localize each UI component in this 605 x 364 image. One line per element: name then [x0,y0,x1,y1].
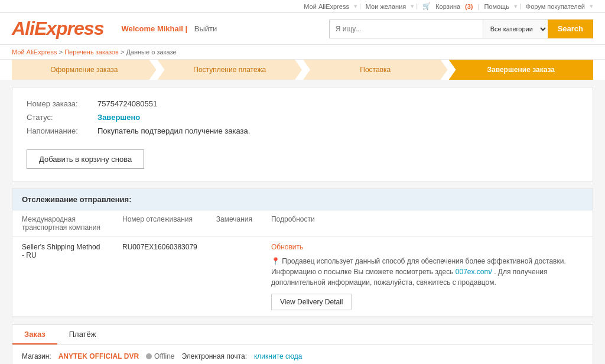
nav-my-aliexpress[interactable]: Мой AliExpress [304,3,349,10]
welcome-text: Welcome Mikhail | Выйти [121,24,217,33]
nav-sep4: ▾ | [514,2,521,10]
search-input[interactable] [329,20,483,38]
nav-wishlist[interactable]: Мои желания [366,3,406,10]
notes-cell [207,237,262,317]
tabs-row: Заказ Платёж [12,324,593,344]
nav-sep1: ▾ | [354,2,361,10]
add-to-cart-button[interactable]: Добавить в корзину снова [27,150,144,169]
order-number-row: Номер заказа: 75754724080551 [27,99,578,108]
shop-label: Магазин: [22,352,51,360]
order-reminder-row: Напоминание: Покупатель подтвердил получ… [27,126,578,135]
logo-text: AliExpress [12,18,103,40]
username: Mikhail [157,24,183,33]
breadcrumb-current: Данные о заказе [126,48,176,56]
cart-count: (3) [465,3,473,10]
step-delivery: Поставка [303,60,448,80]
tracking-table: Международная транспортная компания Номе… [12,210,593,317]
tracking-card: Отслеживание отправления: Международная … [12,188,593,317]
breadcrumb-sep2: > [121,48,126,56]
tab-content: Магазин: ANYTEK OFFICIAL DVR Offline Эле… [12,344,593,364]
order-info-card: Номер заказа: 75754724080551 Статус: Зав… [12,87,593,181]
col-tracking-number: Номер отслеживания [113,210,207,237]
breadcrumb: Мой AliExpress > Перечень заказов > Данн… [0,45,605,60]
007ex-link[interactable]: 007ex.com/ [456,268,492,276]
order-status-value: Завершено [97,113,140,122]
tab-order[interactable]: Заказ [12,325,57,344]
order-number-label: Номер заказа: [27,99,97,108]
update-link[interactable]: Обновить [271,243,303,251]
top-navigation: Мой AliExpress ▾ | Мои желания ▾ | 🛒 Кор… [0,0,605,13]
nav-help[interactable]: Помощь [484,3,509,10]
header: AliExpress Welcome Mikhail | Выйти Все к… [0,13,605,45]
step-complete: Завершение заказа [449,60,594,80]
tracking-number-cell: RU007EX16060383079 [113,237,207,317]
offline-status: Offline [154,352,174,360]
col-company: Международная транспортная компания [12,210,113,237]
details-cell: Обновить 📍 Продавец использует данный сп… [262,237,593,317]
nav-cart[interactable]: Корзина [435,3,460,10]
step-payment: Поступление платежа [158,60,302,80]
search-bar: Все категории Search [329,20,593,38]
order-reminder-value: Покупатель подтвердил получение заказа. [97,126,250,135]
shop-info: Магазин: ANYTEK OFFICIAL DVR Offline Эле… [22,352,583,360]
order-reminder-label: Напоминание: [27,126,97,135]
cart-icon: 🛒 [422,2,431,10]
breadcrumb-orders[interactable]: Перечень заказов [64,48,119,56]
order-status-row: Статус: Завершено [27,113,578,122]
breadcrumb-sep1: > [59,48,64,56]
col-details: Подробности [262,210,593,237]
welcome-label: Welcome [121,24,155,33]
breadcrumb-my-aliexpress[interactable]: Мой AliExpress [12,48,57,56]
company-cell: Seller's Shipping Method - RU [12,237,113,317]
nav-forum[interactable]: Форум покупателей [526,3,585,10]
category-select[interactable]: Все категории [483,20,548,38]
divider: | [186,24,190,33]
view-delivery-button[interactable]: View Delivery Detail [271,294,352,310]
col-notes: Замечания [207,210,262,237]
table-row: Seller's Shipping Method - RU RU007EX160… [12,237,593,317]
tab-payment[interactable]: Платёж [57,325,108,344]
order-number-value: 75754724080551 [97,99,157,108]
order-status-label: Статус: [27,113,97,122]
email-link[interactable]: кликните сюда [254,352,302,360]
logo[interactable]: AliExpress [12,18,103,40]
nav-sep5: ▾ [590,2,593,10]
tracking-header: Отслеживание отправления: [12,189,593,210]
tracking-info-box: 📍 Продавец использует данный способ для … [271,256,583,288]
progress-steps: Оформление заказа Поступление платежа По… [0,60,605,80]
step-order: Оформление заказа [12,60,157,80]
email-label: Электронная почта: [182,352,247,360]
offline-badge: Offline [146,352,174,360]
pin-icon: 📍 [271,257,280,265]
shop-name-link[interactable]: ANYTEK OFFICIAL DVR [58,352,139,360]
offline-dot [146,353,152,359]
nav-sep3: | [478,3,480,10]
search-button[interactable]: Search [548,20,593,38]
nav-sep2: ▾ | [411,2,418,10]
main-content: Номер заказа: 75754724080551 Статус: Зав… [0,80,605,364]
logout-link[interactable]: Выйти [194,24,217,33]
